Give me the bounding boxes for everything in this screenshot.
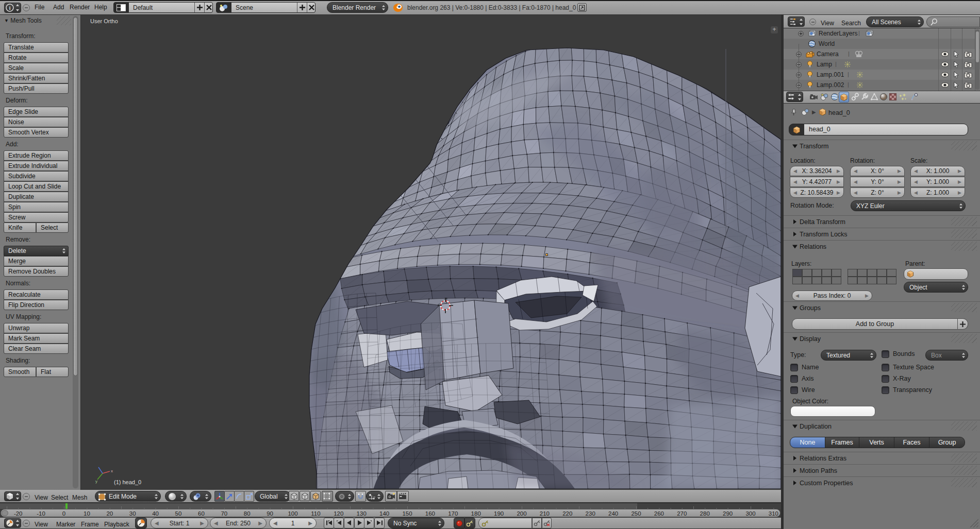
svg-text:80: 80 [244,510,251,517]
svg-text:10: 10 [84,510,90,517]
svg-text:y: y [95,479,97,484]
svg-text:70: 70 [221,510,227,517]
svg-text:20: 20 [106,510,113,517]
svg-text:i: i [9,5,10,11]
svg-text:300: 300 [745,510,755,517]
svg-text:180: 180 [471,510,481,517]
svg-text:x: x [111,469,113,473]
svg-text:90: 90 [267,510,273,517]
svg-text:160: 160 [425,510,435,517]
svg-text:270: 270 [677,510,687,517]
svg-text:170: 170 [448,510,458,517]
svg-text:30: 30 [129,510,136,517]
svg-text:210: 210 [540,510,550,517]
svg-text:280: 280 [700,510,710,517]
svg-text:250: 250 [631,510,641,517]
svg-text:0: 0 [62,510,65,517]
svg-text:260: 260 [654,510,664,517]
svg-text:190: 190 [494,510,504,517]
svg-text:230: 230 [586,510,595,517]
svg-text:220: 220 [562,510,572,517]
svg-text:60: 60 [198,510,205,517]
svg-text:-20: -20 [14,510,23,517]
svg-text:150: 150 [402,510,412,517]
svg-text:-10: -10 [37,510,45,517]
svg-text:110: 110 [311,510,320,517]
svg-text:140: 140 [379,510,389,517]
svg-text:120: 120 [334,510,343,517]
svg-text:100: 100 [288,510,297,517]
svg-text:290: 290 [723,510,733,517]
svg-text:310: 310 [769,510,778,517]
svg-text:240: 240 [608,510,618,517]
svg-text:40: 40 [152,510,159,517]
svg-text:200: 200 [517,510,526,517]
svg-text:130: 130 [357,510,367,517]
svg-text:50: 50 [175,510,182,517]
